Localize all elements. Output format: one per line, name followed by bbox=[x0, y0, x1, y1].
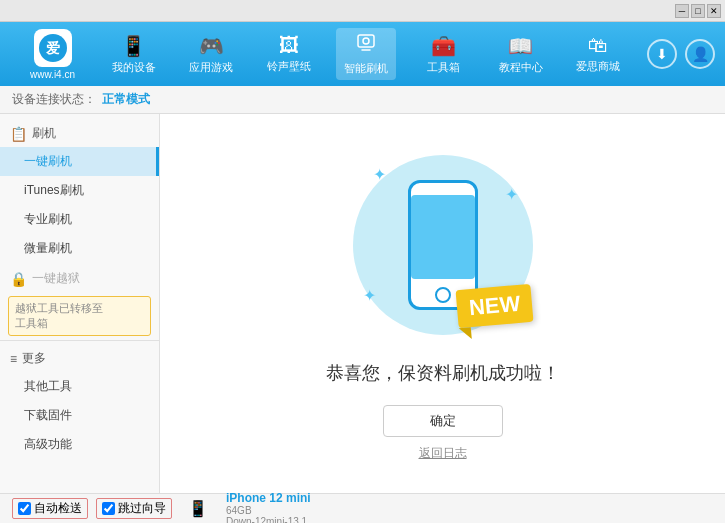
nav-bar: 📱 我的设备 🎮 应用游戏 🖼 铃声壁纸 智能刷机 🧰 工具箱 bbox=[95, 28, 637, 80]
sidebar-item-advanced[interactable]: 高级功能 bbox=[0, 430, 159, 459]
sidebar-section-flash: 📋 刷机 一键刷机 iTunes刷机 专业刷机 微量刷机 bbox=[0, 120, 159, 263]
nav-smart[interactable]: 智能刷机 bbox=[336, 28, 396, 80]
auto-detect-checkbox-item: 自动检送 bbox=[12, 498, 88, 519]
sparkle-2: ✦ bbox=[505, 185, 518, 204]
warning-text: 越狱工具已转移至工具箱 bbox=[15, 302, 103, 329]
nav-mall[interactable]: 🛍 爱思商城 bbox=[568, 30, 628, 78]
onekey-label: 一键刷机 bbox=[24, 154, 72, 168]
nav-device-label: 我的设备 bbox=[112, 60, 156, 75]
smart-nav-icon bbox=[355, 32, 377, 59]
nav-tools[interactable]: 🧰 工具箱 bbox=[413, 30, 473, 79]
download-button[interactable]: ⬇ bbox=[647, 39, 677, 69]
flash-section-label: 刷机 bbox=[32, 125, 56, 142]
nav-wallpaper-label: 铃声壁纸 bbox=[267, 59, 311, 74]
new-badge: NEW bbox=[456, 284, 534, 328]
bottom-bar: 自动检送 跳过向导 📱 iPhone 12 mini 64GB Down-12m… bbox=[0, 493, 725, 523]
more-section-title: ≡ 更多 bbox=[0, 345, 159, 372]
svg-rect-2 bbox=[358, 35, 374, 47]
apps-nav-icon: 🎮 bbox=[199, 34, 224, 58]
status-bar: 设备连接状态： 正常模式 bbox=[0, 86, 725, 114]
logo-url: www.i4.cn bbox=[30, 69, 75, 80]
advanced-label: 高级功能 bbox=[24, 437, 72, 451]
nav-wallpaper[interactable]: 🖼 铃声壁纸 bbox=[259, 30, 319, 78]
flash-section-icon: 📋 bbox=[10, 126, 27, 142]
phone-illustration: ✦ ✦ ✦ NEW bbox=[343, 145, 543, 345]
title-bar: ─ □ ✕ bbox=[0, 0, 725, 22]
more-label: 更多 bbox=[22, 350, 46, 367]
jailbreak-label: 一键越狱 bbox=[32, 270, 80, 287]
device-info: iPhone 12 mini 64GB Down-12mini-13,1 bbox=[226, 491, 311, 524]
nav-mall-label: 爱思商城 bbox=[576, 59, 620, 74]
sparkle-3: ✦ bbox=[363, 286, 376, 305]
skip-wizard-label: 跳过向导 bbox=[118, 500, 166, 517]
nav-tutorial-label: 教程中心 bbox=[499, 60, 543, 75]
phone-screen bbox=[411, 195, 475, 279]
sidebar-section-more: ≡ 更多 其他工具 下载固件 高级功能 bbox=[0, 345, 159, 459]
sidebar-item-other-tools[interactable]: 其他工具 bbox=[0, 372, 159, 401]
window-controls[interactable]: ─ □ ✕ bbox=[675, 4, 721, 18]
tutorial-nav-icon: 📖 bbox=[508, 34, 533, 58]
back-link[interactable]: 返回日志 bbox=[419, 445, 467, 462]
mall-nav-icon: 🛍 bbox=[588, 34, 608, 57]
jailbreak-warning: 越狱工具已转移至工具箱 bbox=[8, 296, 151, 336]
skip-wizard-checkbox-item: 跳过向导 bbox=[96, 498, 172, 519]
nav-tools-label: 工具箱 bbox=[427, 60, 460, 75]
nav-tutorial[interactable]: 📖 教程中心 bbox=[491, 30, 551, 79]
device-nav-icon: 📱 bbox=[121, 34, 146, 58]
header: 爱 www.i4.cn 📱 我的设备 🎮 应用游戏 🖼 铃声壁纸 bbox=[0, 22, 725, 86]
confirm-button[interactable]: 确定 bbox=[383, 405, 503, 437]
sidebar-item-firmware[interactable]: 下载固件 bbox=[0, 401, 159, 430]
micro-label: 微量刷机 bbox=[24, 241, 72, 255]
nav-smart-label: 智能刷机 bbox=[344, 61, 388, 76]
auto-detect-label: 自动检送 bbox=[34, 500, 82, 517]
svg-text:爱: 爱 bbox=[46, 40, 60, 56]
phone-home-button bbox=[435, 287, 451, 303]
success-message: 恭喜您，保资料刷机成功啦！ bbox=[326, 361, 560, 385]
skip-wizard-checkbox[interactable] bbox=[102, 502, 115, 515]
itunes-label: iTunes刷机 bbox=[24, 183, 84, 197]
sidebar-item-itunes[interactable]: iTunes刷机 bbox=[0, 176, 159, 205]
sidebar-section-flash-title[interactable]: 📋 刷机 bbox=[0, 120, 159, 147]
nav-apps[interactable]: 🎮 应用游戏 bbox=[181, 30, 241, 79]
pro-label: 专业刷机 bbox=[24, 212, 72, 226]
bottom-left: 自动检送 跳过向导 📱 iPhone 12 mini 64GB Down-12m… bbox=[12, 491, 311, 524]
logo[interactable]: 爱 www.i4.cn bbox=[10, 29, 95, 80]
jailbreak-section-title: 🔒 一键越狱 bbox=[0, 265, 159, 292]
auto-detect-checkbox[interactable] bbox=[18, 502, 31, 515]
content-area: ✦ ✦ ✦ NEW 恭喜您，保资料刷机成功啦！ 确定 返回日志 bbox=[160, 114, 725, 493]
header-right-buttons: ⬇ 👤 bbox=[647, 39, 715, 69]
minimize-button[interactable]: ─ bbox=[675, 4, 689, 18]
tools-nav-icon: 🧰 bbox=[431, 34, 456, 58]
firmware-label: 下载固件 bbox=[24, 408, 72, 422]
sidebar: 📋 刷机 一键刷机 iTunes刷机 专业刷机 微量刷机 🔒 一键越狱 越狱工 bbox=[0, 114, 160, 493]
device-phone-icon: 📱 bbox=[188, 499, 208, 518]
sidebar-item-onekey[interactable]: 一键刷机 bbox=[0, 147, 159, 176]
more-icon: ≡ bbox=[10, 352, 17, 366]
wallpaper-nav-icon: 🖼 bbox=[279, 34, 299, 57]
main-area: 📋 刷机 一键刷机 iTunes刷机 专业刷机 微量刷机 🔒 一键越狱 越狱工 bbox=[0, 114, 725, 493]
nav-device[interactable]: 📱 我的设备 bbox=[104, 30, 164, 79]
sidebar-item-pro[interactable]: 专业刷机 bbox=[0, 205, 159, 234]
status-label: 设备连接状态： bbox=[12, 91, 96, 108]
logo-icon: 爱 bbox=[34, 29, 72, 67]
restore-button[interactable]: □ bbox=[691, 4, 705, 18]
nav-apps-label: 应用游戏 bbox=[189, 60, 233, 75]
device-model: Down-12mini-13,1 bbox=[226, 516, 311, 524]
user-button[interactable]: 👤 bbox=[685, 39, 715, 69]
close-button[interactable]: ✕ bbox=[707, 4, 721, 18]
svg-point-3 bbox=[363, 38, 369, 44]
sidebar-divider bbox=[0, 340, 159, 341]
sidebar-item-micro[interactable]: 微量刷机 bbox=[0, 234, 159, 263]
other-tools-label: 其他工具 bbox=[24, 379, 72, 393]
sidebar-section-jailbreak: 🔒 一键越狱 越狱工具已转移至工具箱 bbox=[0, 265, 159, 336]
lock-icon: 🔒 bbox=[10, 271, 27, 287]
status-value: 正常模式 bbox=[102, 91, 150, 108]
device-storage: 64GB bbox=[226, 505, 311, 516]
sparkle-1: ✦ bbox=[373, 165, 386, 184]
